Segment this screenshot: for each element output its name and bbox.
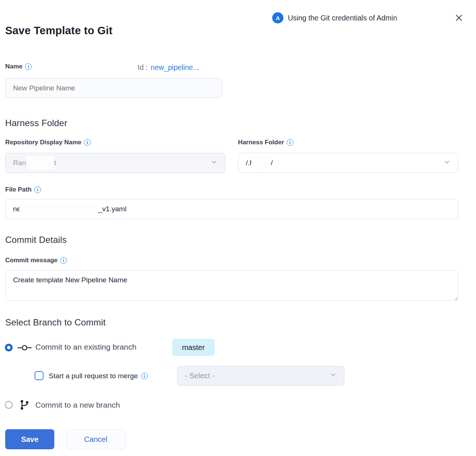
new-branch-label[interactable]: Commit to a new branch bbox=[35, 401, 120, 410]
file-path-info-icon[interactable]: i bbox=[34, 186, 41, 193]
folder-label: Harness Folder bbox=[238, 139, 284, 146]
template-id-row: Id : new_pipeline... bbox=[138, 63, 199, 72]
pull-request-checkbox[interactable] bbox=[35, 371, 44, 380]
chevron-down-icon bbox=[330, 372, 337, 380]
save-button[interactable]: Save bbox=[5, 429, 54, 449]
folder-label-row: Harness Folder i bbox=[238, 139, 293, 146]
file-path-value-suffix: _v1.yaml bbox=[98, 205, 126, 213]
git-branch-icon bbox=[20, 399, 29, 411]
select-branch-heading: Select Branch to Commit bbox=[5, 317, 106, 328]
repo-label: Repository Display Name bbox=[5, 139, 81, 146]
file-path-input[interactable]: ne _v1.yaml bbox=[5, 199, 458, 219]
pull-request-info-icon[interactable]: i bbox=[141, 373, 148, 379]
name-input-field[interactable] bbox=[5, 78, 222, 98]
folder-info-icon[interactable]: i bbox=[287, 139, 293, 146]
name-input[interactable] bbox=[5, 78, 222, 98]
chevron-down-icon bbox=[444, 159, 450, 167]
pull-request-label[interactable]: Start a pull request to merge bbox=[49, 372, 138, 380]
avatar: A bbox=[272, 12, 283, 23]
close-icon[interactable] bbox=[454, 13, 463, 22]
redaction-box bbox=[19, 202, 98, 216]
commit-message-label: Commit message bbox=[5, 257, 58, 264]
name-label-row: Name i bbox=[5, 63, 32, 70]
file-path-label: File Path bbox=[5, 186, 32, 193]
repo-info-icon[interactable]: i bbox=[84, 139, 91, 146]
name-info-icon[interactable]: i bbox=[25, 63, 32, 70]
commit-icon bbox=[17, 344, 32, 351]
git-credentials-note: Using the Git credentials of Admin bbox=[288, 14, 397, 22]
harness-folder-heading: Harness Folder bbox=[5, 118, 67, 128]
branch-tag-value: master bbox=[182, 343, 205, 352]
avatar-initial: A bbox=[276, 15, 280, 21]
commit-message-info-icon[interactable]: i bbox=[60, 257, 67, 264]
id-link[interactable]: new_pipeline... bbox=[151, 63, 199, 72]
id-prefix: Id : bbox=[138, 63, 148, 72]
pull-request-label-row: Start a pull request to merge i bbox=[49, 372, 148, 380]
existing-branch-label[interactable]: Commit to an existing branch bbox=[35, 343, 136, 351]
repository-value-prefix: Ran bbox=[13, 159, 26, 167]
chevron-down-icon bbox=[211, 159, 218, 167]
close-icon-glyph bbox=[454, 13, 463, 22]
commit-message-textarea[interactable]: Create template New Pipeline Name bbox=[5, 270, 458, 301]
redaction-box bbox=[251, 156, 271, 170]
page-title: Save Template to Git bbox=[5, 25, 113, 37]
redaction-box bbox=[27, 156, 54, 170]
existing-branch-radio[interactable] bbox=[5, 344, 13, 351]
select-placeholder: - Select - bbox=[185, 372, 215, 380]
file-path-label-row: File Path i bbox=[5, 186, 41, 193]
repository-select[interactable]: Ran t bbox=[5, 153, 225, 173]
cancel-button[interactable]: Cancel bbox=[66, 429, 126, 449]
repository-value-suffix: t bbox=[54, 159, 56, 167]
branch-tag[interactable]: master bbox=[172, 339, 215, 356]
commit-message-label-row: Commit message i bbox=[5, 257, 67, 264]
repo-label-row: Repository Display Name i bbox=[5, 139, 91, 146]
new-branch-radio[interactable] bbox=[5, 401, 13, 409]
pull-request-branch-select[interactable]: - Select - bbox=[177, 366, 344, 386]
name-label: Name bbox=[5, 63, 22, 70]
commit-details-heading: Commit Details bbox=[5, 235, 67, 245]
harness-folder-select[interactable]: /.h / bbox=[238, 153, 458, 173]
folder-value-suffix: / bbox=[271, 159, 273, 167]
